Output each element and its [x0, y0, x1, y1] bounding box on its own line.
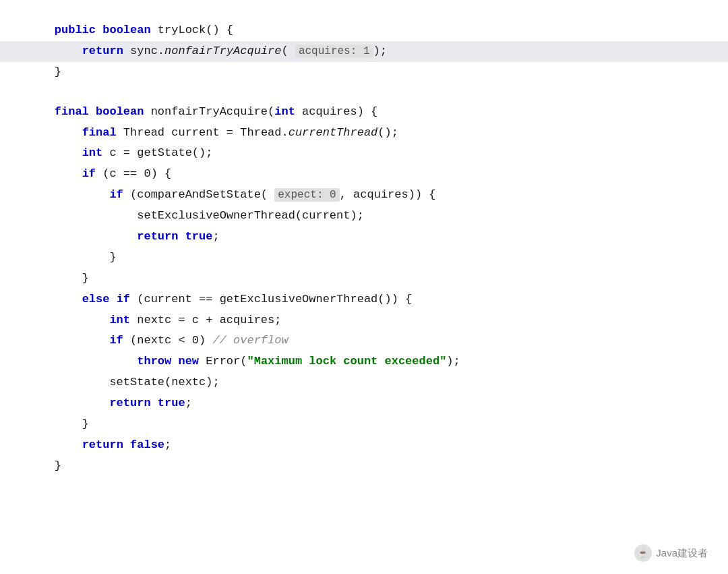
- line-1: public boolean tryLock() {: [27, 20, 701, 41]
- line-21: }: [27, 456, 701, 477]
- watermark-text: Java建设者: [656, 547, 708, 560]
- line-3: }: [27, 62, 701, 83]
- line-sep1: [27, 83, 701, 102]
- line-11: }: [27, 248, 701, 268]
- watermark-icon: ☕: [634, 544, 652, 562]
- line-6: int c = getState();: [27, 143, 701, 164]
- code-block: public boolean tryLock() { return sync.n…: [27, 20, 701, 477]
- line-14: int nextc = c + acquires;: [27, 310, 701, 331]
- line-4: final boolean nonfairTryAcquire(int acqu…: [27, 102, 701, 123]
- line-19: }: [27, 414, 701, 435]
- code-container: public boolean tryLock() { return sync.n…: [0, 0, 728, 574]
- line-9: setExclusiveOwnerThread(current);: [27, 206, 701, 227]
- line-5: final Thread current = Thread.currentThr…: [27, 123, 701, 144]
- line-7: if (c == 0) {: [27, 164, 701, 185]
- line-18: return true;: [27, 393, 701, 414]
- line-13: else if (current == getExclusiveOwnerThr…: [27, 289, 701, 310]
- line-16: throw new Error("Maximum lock count exce…: [27, 351, 701, 372]
- line-8: if (compareAndSetState( expect: 0, acqui…: [27, 185, 701, 206]
- line-15: if (nextc < 0) // overflow: [27, 331, 701, 351]
- line-17: setState(nextc);: [27, 372, 701, 393]
- watermark: ☕ Java建设者: [634, 544, 708, 562]
- line-20: return false;: [27, 435, 701, 456]
- line-12: }: [27, 268, 701, 289]
- line-10: return true;: [27, 227, 701, 248]
- line-2: return sync.nonfairTryAcquire( acquires:…: [0, 41, 728, 62]
